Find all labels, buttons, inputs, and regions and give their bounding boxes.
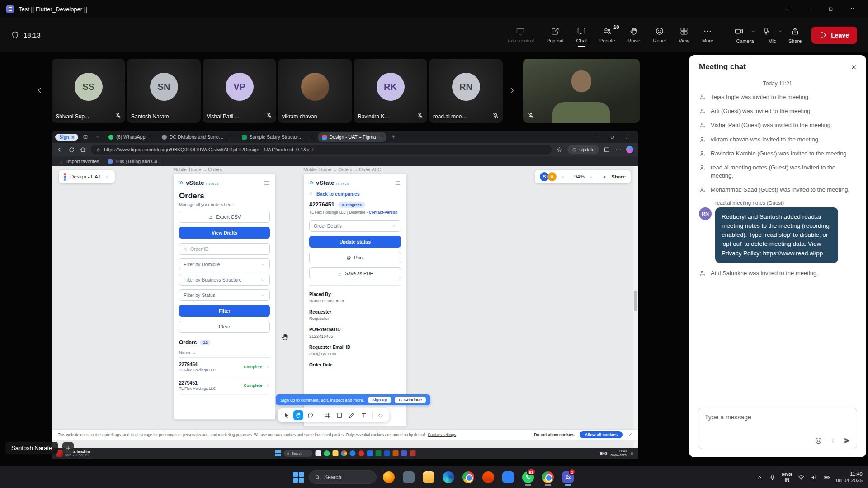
shared-taskbar-app-icon[interactable]	[375, 450, 381, 456]
filter-domicile-select[interactable]: Filter by Domicile	[179, 258, 270, 270]
zoom-level[interactable]: 94%	[574, 174, 585, 179]
volume-icon[interactable]	[811, 474, 817, 481]
chat-button[interactable]: Chat	[571, 23, 592, 47]
filter-button[interactable]: Filter	[179, 305, 270, 317]
save-as-pdf-button[interactable]: Save as PDF	[309, 267, 401, 279]
add-button[interactable]	[62, 442, 74, 454]
chevron-down-icon[interactable]	[589, 174, 594, 179]
tray-mic-icon[interactable]	[769, 474, 776, 481]
chevron-down-icon[interactable]	[750, 28, 756, 34]
view-button[interactable]: View	[674, 23, 694, 47]
browser-tab-sheet[interactable]: Sample Salary Structure with cal...	[238, 132, 316, 142]
hand-tool[interactable]	[293, 410, 303, 420]
taskbar-chrome-icon[interactable]	[461, 468, 476, 486]
design-frame-order-detail[interactable]: vState FILINGS Back to companies #227645…	[303, 174, 407, 427]
scrollbar-thumb[interactable]	[634, 291, 637, 311]
browser-minimize-button[interactable]	[589, 131, 604, 142]
shared-taskbar-app-icon[interactable]	[367, 450, 373, 456]
shape-tool[interactable]	[335, 410, 344, 420]
taskbar-vscode-icon[interactable]	[500, 468, 516, 486]
figma-view-controls[interactable]: S A 94% Share	[535, 170, 631, 183]
tab-close-icon[interactable]	[378, 135, 382, 139]
text-tool[interactable]	[359, 410, 369, 420]
emoji-icon[interactable]	[815, 437, 822, 445]
shared-taskbar-app-icon[interactable]	[349, 450, 355, 456]
taskbar-search-box[interactable]: Search	[309, 470, 377, 484]
mic-button[interactable]: Mic	[759, 24, 786, 47]
comment-tool[interactable]	[306, 410, 316, 420]
order-id-search[interactable]	[179, 243, 270, 255]
taskbar-app-icon[interactable]	[401, 468, 416, 486]
shared-taskbar-app-icon[interactable]	[324, 450, 330, 456]
raise-hand-button[interactable]: Raise	[623, 23, 645, 47]
shared-taskbar-app-icon[interactable]	[315, 450, 321, 456]
filter-status-select[interactable]: Filter by Status	[179, 289, 270, 301]
frame-label[interactable]: Mobile: Home → Orders	[173, 167, 222, 172]
order-row[interactable]: 2279454TL Flex Holdings LLC Complete	[179, 358, 270, 376]
message-input[interactable]	[705, 413, 850, 421]
tab-actions-icon[interactable]	[93, 132, 103, 141]
back-to-companies-link[interactable]: Back to companies	[309, 191, 401, 197]
update-status-button[interactable]: Update status	[309, 236, 401, 248]
cookie-settings-link[interactable]: Cookies settings	[428, 432, 456, 437]
hamburger-menu-icon[interactable]	[264, 180, 270, 186]
shared-taskbar-app-icon[interactable]	[392, 450, 398, 456]
leave-button[interactable]: Leave	[811, 27, 857, 44]
copilot-icon[interactable]	[626, 146, 633, 153]
table-header[interactable]: Name	[179, 350, 270, 358]
window-close-button[interactable]	[843, 2, 862, 16]
contact-person-link[interactable]: Contact-Person	[369, 210, 397, 215]
split-screen-icon[interactable]	[604, 146, 610, 153]
share-button[interactable]: Share	[786, 24, 804, 47]
order-id-input[interactable]	[190, 246, 266, 252]
chat-message[interactable]: RN Redberyl and Santosh added read.ai me…	[689, 207, 866, 263]
participant-tile[interactable]: SS Shivani Sup...	[52, 59, 125, 123]
taskbar-explorer-icon[interactable]	[421, 468, 436, 486]
filter-business-structure-select[interactable]: Filter by Business Structure	[179, 274, 270, 286]
battery-icon[interactable]	[823, 474, 830, 481]
browser-tab-dc[interactable]: DC Divisions and Surroundings	[158, 132, 236, 142]
taskbar-edge-icon[interactable]	[441, 468, 456, 486]
design-frame-orders[interactable]: vState FILINGS Orders Manage all your or…	[173, 174, 276, 420]
participant-tile[interactable]: SN Santosh Narate	[127, 59, 201, 123]
participant-tile[interactable]: VP Vishal Patil ...	[203, 59, 276, 123]
window-minimize-button[interactable]	[799, 2, 818, 16]
shared-taskbar-app-icon[interactable]	[358, 450, 364, 456]
browser-close-button[interactable]	[620, 131, 635, 142]
vertical-tabs-icon[interactable]	[80, 132, 90, 141]
google-continue-button[interactable]: GContinue	[395, 397, 426, 403]
signup-button[interactable]: Sign up	[368, 397, 391, 403]
taskbar-whatsapp-icon[interactable]: 81	[520, 468, 536, 486]
figma-share-button[interactable]: Share	[611, 174, 626, 179]
language-indicator[interactable]: ENGIN	[782, 472, 792, 483]
shared-system-tray[interactable]: ENG 11:4008-04-2025	[600, 450, 634, 457]
tray-chevron-up-icon[interactable]	[756, 474, 763, 481]
collaborator-avatar[interactable]: A	[547, 172, 557, 181]
chat-message-list[interactable]: Today 11:21 Tejas Ingle was invited to t…	[689, 75, 866, 403]
react-button[interactable]: React	[648, 23, 671, 47]
camera-button[interactable]: Camera	[731, 24, 759, 47]
present-icon[interactable]	[602, 174, 607, 179]
favorite-bills-link[interactable]: Bills | Billing and Co...	[108, 159, 161, 164]
taskbar-brave-icon[interactable]	[481, 468, 496, 486]
start-button[interactable]	[292, 471, 304, 483]
favorite-star-icon[interactable]	[556, 146, 563, 153]
browser-update-button[interactable]: Update	[567, 145, 599, 154]
chat-close-icon[interactable]	[850, 64, 857, 70]
window-maximize-button[interactable]	[821, 2, 840, 16]
home-icon[interactable]	[80, 146, 86, 153]
tab-close-icon[interactable]	[308, 135, 312, 139]
people-button[interactable]: 10People	[594, 23, 620, 47]
pop-out-button[interactable]: Pop out	[542, 23, 569, 47]
shared-taskbar-app-icon[interactable]	[401, 450, 407, 456]
url-field[interactable]: https://www.figma.com/design/9BKQ0FOHRWa…	[91, 145, 552, 155]
frame-tool[interactable]	[322, 410, 332, 420]
dev-mode-tool[interactable]	[376, 410, 386, 420]
back-icon[interactable]	[57, 146, 64, 153]
notification-bell-icon[interactable]	[630, 451, 634, 456]
order-details-select[interactable]: Order Details	[309, 220, 401, 232]
window-more-icon[interactable]	[778, 2, 797, 16]
new-tab-button[interactable]	[388, 132, 398, 141]
take-control-button[interactable]: Take control	[502, 23, 539, 47]
browser-more-icon[interactable]	[615, 146, 622, 153]
